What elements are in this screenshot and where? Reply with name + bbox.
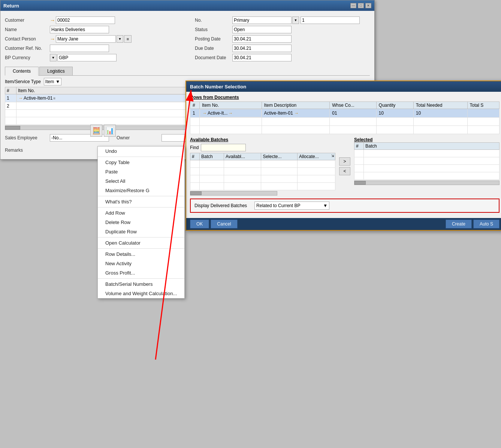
separator-2 (98, 196, 184, 196)
cell-item-no: → Active-Item-01 ≡ (16, 94, 189, 102)
tab-contents[interactable]: Contents (5, 67, 39, 76)
customer-label: Customer (5, 18, 50, 23)
maximize-button[interactable]: □ (358, 3, 364, 8)
avail-scrollbar-thumb[interactable] (190, 191, 202, 195)
create-button[interactable]: Create (446, 220, 472, 228)
rfd-col-total-s: Total S (467, 102, 499, 109)
menu-maximize-restore[interactable]: Maximize/Restore G (98, 186, 184, 195)
rfd-col-hash: # (190, 102, 200, 109)
separator-3 (98, 207, 184, 208)
sel-scrollbar-thumb[interactable] (354, 181, 366, 185)
rows-from-docs-table: # Item No. Item Description Whse Co... Q… (190, 102, 500, 134)
no-label: No. (195, 18, 232, 23)
sel-col-batch: Batch (364, 143, 500, 150)
separator-1 (98, 157, 184, 157)
dialog-buttons: OK Cancel Create Auto S (186, 218, 501, 230)
find-row: Find (190, 144, 335, 151)
name-label: Name (5, 27, 50, 32)
name-input[interactable] (50, 26, 109, 33)
scrollbar-thumb[interactable] (5, 126, 20, 130)
sales-employee-label: Sales Employee (5, 135, 50, 140)
cell-item-no-2 (16, 102, 190, 110)
ok-button[interactable]: OK (190, 220, 209, 228)
posting-date-input[interactable] (232, 35, 292, 43)
bp-currency-label: BP Currency (5, 55, 50, 60)
customer-refno-input[interactable] (50, 45, 109, 52)
minimize-button[interactable]: — (350, 3, 356, 8)
selected-batches-table: # Batch (354, 142, 500, 180)
transfer-buttons-panel: > < (339, 137, 350, 196)
no-type-input[interactable] (232, 16, 292, 24)
menu-row-details[interactable]: Row Details... (98, 249, 184, 259)
item-service-type-dropdown[interactable]: Item ▼ (44, 78, 61, 85)
window-controls: — □ ✕ (350, 3, 371, 8)
contact-person-label: Contact Person (5, 36, 50, 42)
sel-row (354, 172, 500, 180)
menu-new-activity[interactable]: New Activity (98, 259, 184, 268)
transfer-forward-btn[interactable]: > (339, 157, 350, 166)
menu-batch-serial[interactable]: Batch/Serial Numbers (98, 279, 184, 289)
return-titlebar: Return — □ ✕ (0, 0, 374, 11)
avail-col-selected: Selecte... (261, 153, 298, 160)
menu-duplicate-row[interactable]: Duplicate Row (98, 227, 184, 236)
display-delivered-label: Display Delivered Batches (194, 203, 247, 208)
menu-add-row[interactable]: Add Row (98, 208, 184, 218)
due-date-input[interactable] (232, 45, 292, 52)
batch-dialog: Batch Number Selection Rows from Documen… (185, 81, 501, 231)
menu-volume-weight[interactable]: Volume and Weight Calculation... (98, 289, 184, 298)
status-label: Status (195, 27, 232, 32)
allocate-expand-icon[interactable]: ⇲ (331, 154, 334, 158)
auto-s-button[interactable]: Auto S (473, 220, 500, 228)
find-input[interactable] (201, 144, 246, 151)
avail-scrollbar[interactable] (190, 191, 277, 196)
menu-delete-row[interactable]: Delete Row (98, 218, 184, 227)
separator-5 (98, 248, 184, 249)
menu-undo[interactable]: Undo (98, 146, 184, 156)
cell-num: 1 (5, 94, 16, 102)
display-delivered-dropdown[interactable]: Related to Current BP ▼ (254, 202, 329, 210)
bp-currency-input[interactable] (57, 54, 117, 61)
menu-copy-table[interactable]: Copy Table (98, 158, 184, 167)
avail-col-batch: Batch (200, 153, 224, 160)
sel-row (354, 150, 500, 157)
sel-row (354, 165, 500, 172)
tab-logistics[interactable]: Logistics (39, 67, 73, 75)
status-input[interactable] (232, 26, 292, 33)
cancel-button[interactable]: Cancel (211, 220, 237, 228)
rfd-col-total-needed: Total Needed (413, 102, 467, 109)
no-type-dropdown[interactable]: ▼ (292, 16, 299, 24)
menu-select-all[interactable]: Select All (98, 176, 184, 186)
separator-4 (98, 237, 184, 237)
sel-scrollbar[interactable] (354, 181, 500, 185)
col-hash: # (5, 87, 16, 94)
close-button[interactable]: ✕ (365, 3, 371, 8)
customer-input[interactable] (56, 16, 115, 24)
separator-6 (98, 278, 184, 279)
transfer-back-btn[interactable]: < (339, 167, 350, 175)
contact-dropdown-btn[interactable]: ▼ (117, 35, 123, 43)
menu-paste[interactable]: Paste (98, 167, 184, 176)
chart-icon[interactable]: 📊 (104, 125, 116, 137)
item-service-type-label: Item/Service Type (5, 79, 41, 84)
calculator-icon[interactable]: 🧮 (90, 125, 102, 137)
document-date-input[interactable] (232, 54, 292, 61)
menu-whats-this[interactable]: What's this? (98, 197, 184, 206)
available-batches-table: # Batch Availabl... Selecte... Allocate.… (190, 153, 335, 190)
avail-row (190, 168, 335, 175)
bottom-icons: 🧮 📊 (90, 125, 116, 137)
no-value-input[interactable] (301, 16, 360, 24)
context-menu: Undo Copy Table Paste Select All Maximiz… (97, 146, 185, 299)
menu-open-calculator[interactable]: Open Calculator (98, 238, 184, 248)
bp-currency-dropdown-btn[interactable]: ▼ (50, 54, 57, 61)
contact-detail-btn[interactable]: ≡ (124, 35, 132, 43)
tabs-row: Contents Logistics (5, 67, 370, 76)
avail-row (190, 175, 335, 183)
cell-num-2: 2 (5, 102, 16, 110)
avail-row (190, 183, 335, 190)
display-delivered-row: Display Delivered Batches Related to Cur… (190, 199, 500, 213)
posting-date-label: Posting Date (195, 36, 232, 42)
menu-gross-profit[interactable]: Gross Profit... (98, 268, 184, 278)
rfd-col-whse: Whse Co... (330, 102, 376, 109)
contact-person-input[interactable] (56, 35, 116, 43)
customer-refno-label: Customer Ref. No. (5, 46, 50, 51)
